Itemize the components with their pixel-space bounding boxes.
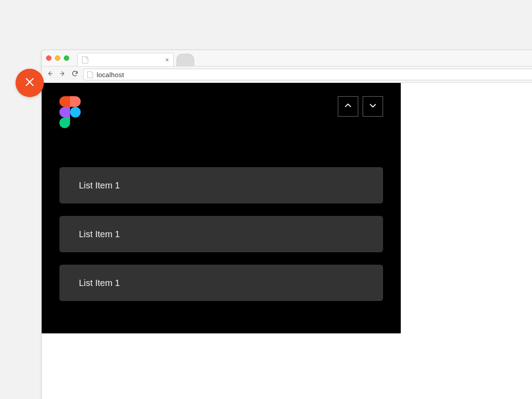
scroll-up-button[interactable] bbox=[338, 96, 358, 117]
scroll-down-button[interactable] bbox=[363, 96, 383, 117]
arrow-button-group bbox=[338, 96, 383, 117]
tab-strip: × bbox=[42, 50, 532, 66]
panel-header bbox=[59, 96, 383, 127]
arrow-right-icon bbox=[59, 70, 66, 79]
chevron-up-icon bbox=[344, 101, 352, 112]
close-badge-button[interactable] bbox=[16, 69, 44, 97]
browser-viewport: List Item 1 List Item 1 List Item 1 bbox=[42, 83, 532, 399]
browser-window: × localhost bbox=[41, 50, 532, 399]
page-icon bbox=[82, 56, 88, 63]
list-item-label: List Item 1 bbox=[79, 229, 120, 239]
item-list: List Item 1 List Item 1 List Item 1 bbox=[59, 167, 383, 301]
back-button[interactable] bbox=[46, 70, 54, 78]
app-panel: List Item 1 List Item 1 List Item 1 bbox=[42, 83, 401, 333]
list-item[interactable]: List Item 1 bbox=[59, 265, 383, 301]
figma-logo bbox=[59, 96, 81, 127]
address-text: localhost bbox=[97, 71, 124, 78]
window-minimize-button[interactable] bbox=[55, 55, 60, 61]
new-tab-button[interactable] bbox=[176, 54, 194, 66]
forward-button[interactable] bbox=[59, 70, 66, 78]
reload-button[interactable] bbox=[71, 70, 79, 78]
window-controls bbox=[46, 55, 69, 61]
window-close-button[interactable] bbox=[46, 55, 51, 61]
chevron-down-icon bbox=[368, 101, 377, 112]
svg-point-0 bbox=[70, 107, 81, 117]
list-item[interactable]: List Item 1 bbox=[59, 216, 383, 252]
close-icon bbox=[24, 76, 35, 90]
list-item-label: List Item 1 bbox=[79, 278, 120, 288]
address-bar[interactable]: localhost bbox=[83, 69, 532, 80]
list-item-label: List Item 1 bbox=[79, 180, 120, 191]
arrow-left-icon bbox=[47, 70, 54, 79]
reload-icon bbox=[71, 70, 78, 79]
tab-close-button[interactable]: × bbox=[165, 56, 169, 63]
browser-tab[interactable]: × bbox=[77, 53, 174, 66]
browser-toolbar: localhost bbox=[42, 66, 532, 83]
page-icon bbox=[87, 71, 93, 78]
window-zoom-button[interactable] bbox=[64, 55, 69, 61]
list-item[interactable]: List Item 1 bbox=[59, 167, 383, 203]
